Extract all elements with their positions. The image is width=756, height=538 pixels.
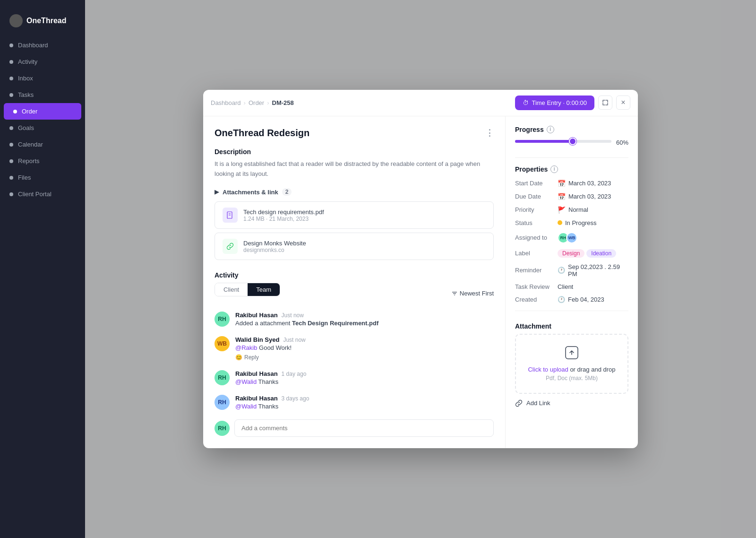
three-dots-button[interactable]: ⋮ <box>485 128 494 138</box>
tab-team[interactable]: Team <box>248 283 280 296</box>
sidebar-item-label: Calendar <box>18 141 43 148</box>
attachment-section-label: Attachment <box>515 322 628 330</box>
status-value[interactable]: In Progress <box>558 219 596 226</box>
comment-item-2: WB Walid Bin Syed Just now @Rakib Good W… <box>215 336 494 361</box>
upload-hint: Pdf, Doc (max. 5Mb) <box>527 375 616 382</box>
attachment-pdf-name: Tech design requirements.pdf <box>243 208 324 216</box>
topbar-actions: ⏱ Time Entry · 0:00:00 × <box>515 95 630 110</box>
created-label: Created <box>515 296 558 303</box>
sidebar-item-dashboard[interactable]: Dashboard <box>0 37 85 53</box>
prop-row-assigned: Assigned to RH WB <box>515 232 628 243</box>
expand-button[interactable] <box>598 95 612 110</box>
attachments-count: 2 <box>282 188 292 196</box>
sidebar-item-label: Inbox <box>18 75 33 82</box>
emoji-icon: 😊 <box>235 354 242 361</box>
avatar-rakibul-2: RH <box>215 370 230 385</box>
comment-input[interactable] <box>234 419 494 437</box>
prop-row-reminder: Reminder 🕐 Sep 02,2023 . 2.59 PM <box>515 263 628 278</box>
start-date-text: March 03, 2023 <box>568 180 611 187</box>
sort-button[interactable]: Newest First <box>451 290 494 297</box>
sidebar-logo: OneThread <box>0 9 85 37</box>
calendar-icon-due: 📅 <box>558 193 566 200</box>
chevron-right-icon: ▶ <box>215 189 219 195</box>
reports-icon <box>9 159 13 163</box>
sidebar-item-label: Client Portal <box>18 191 52 198</box>
progress-header: Progress i <box>515 126 628 133</box>
assignee-avatars: RH WB <box>558 232 577 243</box>
activity-section: Activity Client Team <box>215 271 494 437</box>
task-review-value[interactable]: Client <box>558 283 573 290</box>
breadcrumb-order[interactable]: Order <box>249 99 264 106</box>
label-design: Design <box>558 249 584 258</box>
reminder-label: Reminder <box>515 267 558 274</box>
sidebar-item-tasks[interactable]: Tasks <box>0 87 85 103</box>
prop-row-created: Created 🕐 Feb 04, 2023 <box>515 296 628 303</box>
status-text: In Progress <box>565 219 596 226</box>
description-text: It is a long established fact that a rea… <box>215 159 494 179</box>
priority-label: Priority <box>515 206 558 213</box>
calendar-icon: 📅 <box>558 180 566 187</box>
sidebar-item-files[interactable]: Files <box>0 169 85 186</box>
prop-row-priority: Priority 🚩 Normal <box>515 206 628 214</box>
label-label: Label <box>515 250 558 257</box>
task-title-text: OneThread Redesign <box>215 128 309 139</box>
progress-bar[interactable] <box>515 140 611 145</box>
upload-text: Click to upload or drag and drop <box>527 366 616 373</box>
sidebar-item-label: Tasks <box>18 91 34 98</box>
pdf-icon <box>223 208 238 223</box>
sidebar-item-reports[interactable]: Reports <box>0 153 85 169</box>
link-icon <box>223 239 238 254</box>
right-panel: Progress i 60% <box>506 116 638 449</box>
status-label: Status <box>515 219 558 226</box>
start-date-value[interactable]: 📅 March 03, 2023 <box>558 180 611 187</box>
comment-time-3: 1 day ago <box>282 371 307 377</box>
sidebar-item-activity[interactable]: Activity <box>0 53 85 70</box>
files-icon <box>9 176 13 180</box>
sidebar-item-order[interactable]: Order <box>4 103 81 120</box>
close-button[interactable]: × <box>616 95 630 110</box>
tab-client[interactable]: Client <box>215 283 248 296</box>
author-row-3: Rakibul Hasan 1 day ago <box>235 370 306 377</box>
avatar-rakibul-1: RH <box>215 312 230 327</box>
breadcrumb-dashboard[interactable]: Dashboard <box>211 99 241 106</box>
upload-area[interactable]: Click to upload or drag and drop Pdf, Do… <box>515 334 628 394</box>
sidebar: OneThread Dashboard Activity Inbox Tasks… <box>0 0 85 538</box>
author-name-1: Rakibul Hasan <box>235 312 278 319</box>
reminder-value[interactable]: 🕐 Sep 02,2023 . 2.59 PM <box>558 263 628 278</box>
reply-button[interactable]: 😊 Reply <box>235 354 306 361</box>
add-link-label: Add Link <box>526 399 550 407</box>
sidebar-item-goals[interactable]: Goals <box>0 120 85 136</box>
comment-time-4: 3 days ago <box>282 395 309 402</box>
due-date-value[interactable]: 📅 March 03, 2023 <box>558 193 611 200</box>
comment-text-4: @Walid Thanks <box>235 403 309 410</box>
label-value[interactable]: Design Ideation <box>558 249 616 258</box>
task-title-row: OneThread Redesign ⋮ <box>215 128 494 139</box>
attachments-header[interactable]: ▶ Attachments & link 2 <box>215 188 494 196</box>
sidebar-item-client-portal[interactable]: Client Portal <box>0 186 85 202</box>
assigned-value[interactable]: RH WB <box>558 232 577 243</box>
prop-row-start-date: Start Date 📅 March 03, 2023 <box>515 180 628 187</box>
calendar-icon <box>9 143 13 147</box>
add-link-button[interactable]: Add Link <box>515 399 628 407</box>
avatar-current-user: RH <box>215 421 230 436</box>
attachment-pdf-meta: 1.24 MB · 21 March, 2023 <box>243 216 324 222</box>
assignee-avatar-2: WB <box>566 232 577 243</box>
description-label: Description <box>215 148 494 156</box>
priority-value[interactable]: 🚩 Normal <box>558 206 588 214</box>
breadcrumb-separator-1: › <box>244 99 246 106</box>
prop-row-status: Status In Progress <box>515 219 628 226</box>
sort-label: Newest First <box>460 290 494 297</box>
author-row-1: Rakibul Hasan Just now <box>235 312 378 319</box>
attachment-upload-section: Attachment Click to upload or drag an <box>515 322 628 407</box>
time-entry-button[interactable]: ⏱ Time Entry · 0:00:00 <box>515 95 594 110</box>
sidebar-item-label: Order <box>22 108 37 115</box>
author-row-4: Rakibul Hasan 3 days ago <box>235 395 309 402</box>
activity-icon <box>9 60 13 64</box>
sidebar-item-inbox[interactable]: Inbox <box>0 70 85 87</box>
clock-icon: ⏱ <box>523 99 529 106</box>
progress-thumb[interactable] <box>569 138 576 145</box>
reminder-text: Sep 02,2023 . 2.59 PM <box>568 263 628 278</box>
properties-header: Properties i <box>515 165 628 173</box>
sidebar-item-calendar[interactable]: Calendar <box>0 136 85 153</box>
upload-link[interactable]: Click to upload <box>528 366 568 373</box>
